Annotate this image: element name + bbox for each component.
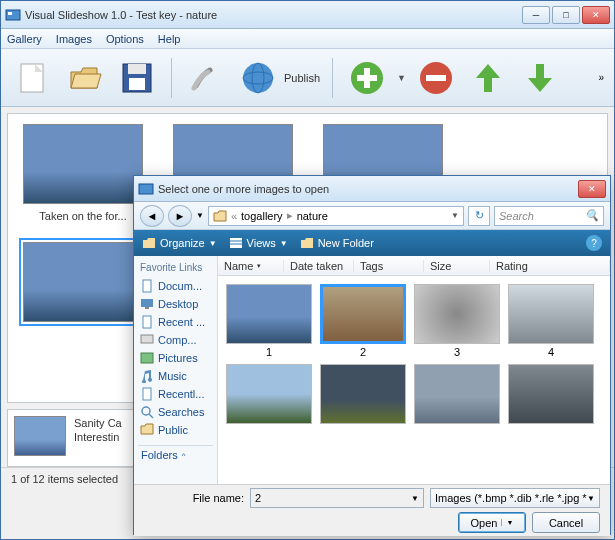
- file-item[interactable]: 3: [412, 284, 502, 358]
- fav-searches[interactable]: Searches: [138, 403, 213, 421]
- column-rating[interactable]: Rating: [490, 260, 610, 272]
- breadcrumb[interactable]: « togallery ▸ nature ▼: [208, 206, 464, 226]
- chevron-down-icon[interactable]: ▼: [451, 211, 459, 220]
- options-button[interactable]: [184, 56, 228, 100]
- menu-images[interactable]: Images: [56, 33, 92, 45]
- filter-text: Images (*.bmp *.dib *.rle *.jpg *: [435, 492, 587, 504]
- favorites-header: Favorite Links: [138, 260, 213, 277]
- column-date[interactable]: Date taken: [284, 260, 354, 272]
- newfolder-button[interactable]: New Folder: [300, 237, 374, 249]
- chevron-down-icon[interactable]: ▼: [411, 494, 419, 503]
- caption-text: Sanity Ca Interestin: [74, 416, 122, 445]
- file-item[interactable]: [412, 364, 502, 426]
- publish-button[interactable]: [236, 56, 280, 100]
- svg-rect-18: [230, 238, 242, 248]
- menu-gallery[interactable]: Gallery: [7, 33, 42, 45]
- file-thumbnail: [320, 284, 406, 344]
- toolbar-overflow-icon[interactable]: »: [598, 72, 604, 83]
- svg-marker-15: [476, 64, 500, 92]
- nav-dropdown-icon[interactable]: ▼: [196, 211, 204, 220]
- svg-rect-5: [128, 64, 146, 74]
- file-thumbnail: [414, 284, 500, 344]
- refresh-button[interactable]: ↻: [468, 206, 490, 226]
- views-icon: [229, 237, 243, 249]
- open-button[interactable]: Open▼: [458, 512, 526, 533]
- minimize-button[interactable]: ─: [522, 6, 550, 24]
- filename-input[interactable]: 2▼: [250, 488, 424, 508]
- maximize-button[interactable]: □: [552, 6, 580, 24]
- gallery-item[interactable]: [18, 242, 148, 340]
- fav-computer[interactable]: Comp...: [138, 331, 213, 349]
- arrow-right-icon: ►: [175, 210, 186, 222]
- recent-icon: [140, 387, 154, 401]
- fav-music[interactable]: Music: [138, 367, 213, 385]
- views-button[interactable]: Views ▼: [229, 237, 288, 249]
- open-button[interactable]: [63, 56, 107, 100]
- svg-rect-23: [145, 307, 149, 309]
- svg-rect-6: [129, 78, 145, 90]
- arrow-left-icon: ◄: [147, 210, 158, 222]
- remove-button[interactable]: [414, 56, 458, 100]
- caption-line1: Sanity Ca: [74, 416, 122, 430]
- fav-documents[interactable]: Docum...: [138, 277, 213, 295]
- fav-label: Docum...: [158, 280, 202, 292]
- file-label: 4: [506, 346, 596, 358]
- svg-rect-27: [143, 388, 151, 400]
- file-thumbnail: [414, 364, 500, 424]
- file-item[interactable]: 4: [506, 284, 596, 358]
- fav-recent[interactable]: Recent ...: [138, 313, 213, 331]
- forward-button[interactable]: ►: [168, 205, 192, 227]
- cancel-button[interactable]: Cancel: [532, 512, 600, 533]
- fav-desktop[interactable]: Desktop: [138, 295, 213, 313]
- column-tags[interactable]: Tags: [354, 260, 424, 272]
- move-down-button[interactable]: [518, 56, 562, 100]
- file-thumbnail: [508, 364, 594, 424]
- pictures-icon: [140, 351, 154, 365]
- back-button[interactable]: ◄: [140, 205, 164, 227]
- fav-recently[interactable]: Recentl...: [138, 385, 213, 403]
- file-item[interactable]: [224, 364, 314, 426]
- dialog-close-button[interactable]: ✕: [578, 180, 606, 198]
- file-item[interactable]: [318, 364, 408, 426]
- filetype-combo[interactable]: Images (*.bmp *.dib *.rle *.jpg *▼: [430, 488, 600, 508]
- fav-label: Recent ...: [158, 316, 205, 328]
- menu-help[interactable]: Help: [158, 33, 181, 45]
- gallery-item[interactable]: Taken on the for...: [18, 124, 148, 222]
- new-button[interactable]: [11, 56, 55, 100]
- help-button[interactable]: ?: [586, 235, 602, 251]
- column-name[interactable]: Name▾: [218, 260, 284, 272]
- breadcrumb-part[interactable]: nature: [297, 210, 328, 222]
- thumbnail: [23, 242, 143, 322]
- organize-label: Organize: [160, 237, 205, 249]
- svg-rect-25: [141, 335, 153, 343]
- chevron-down-icon: ▼: [587, 494, 595, 503]
- dialog-body: Favorite Links Docum... Desktop Recent .…: [134, 256, 610, 484]
- fav-label: Pictures: [158, 352, 198, 364]
- search-input[interactable]: Search🔍: [494, 206, 604, 226]
- fav-public[interactable]: Public: [138, 421, 213, 439]
- chevron-up-icon: ^: [182, 451, 186, 460]
- save-button[interactable]: [115, 56, 159, 100]
- fav-label: Music: [158, 370, 187, 382]
- add-dropdown-icon[interactable]: ▼: [397, 73, 406, 83]
- folders-toggle[interactable]: Folders ^: [138, 445, 213, 464]
- breadcrumb-part[interactable]: togallery: [241, 210, 283, 222]
- menu-options[interactable]: Options: [106, 33, 144, 45]
- fav-pictures[interactable]: Pictures: [138, 349, 213, 367]
- add-button[interactable]: [345, 56, 389, 100]
- dialog-title: Select one or more images to open: [158, 183, 578, 195]
- file-item[interactable]: [506, 364, 596, 426]
- caption-line2: Interestin: [74, 430, 122, 444]
- file-item[interactable]: 2: [318, 284, 408, 358]
- svg-rect-1: [8, 12, 12, 15]
- thumbnail: [23, 124, 143, 204]
- split-icon: ▼: [501, 519, 513, 526]
- move-up-button[interactable]: [466, 56, 510, 100]
- chevron-down-icon: ▼: [280, 239, 288, 248]
- close-button[interactable]: ✕: [582, 6, 610, 24]
- column-size[interactable]: Size: [424, 260, 490, 272]
- file-item[interactable]: 1: [224, 284, 314, 358]
- publish-group: Publish: [236, 56, 320, 100]
- organize-button[interactable]: Organize ▼: [142, 237, 217, 249]
- svg-rect-2: [21, 64, 43, 92]
